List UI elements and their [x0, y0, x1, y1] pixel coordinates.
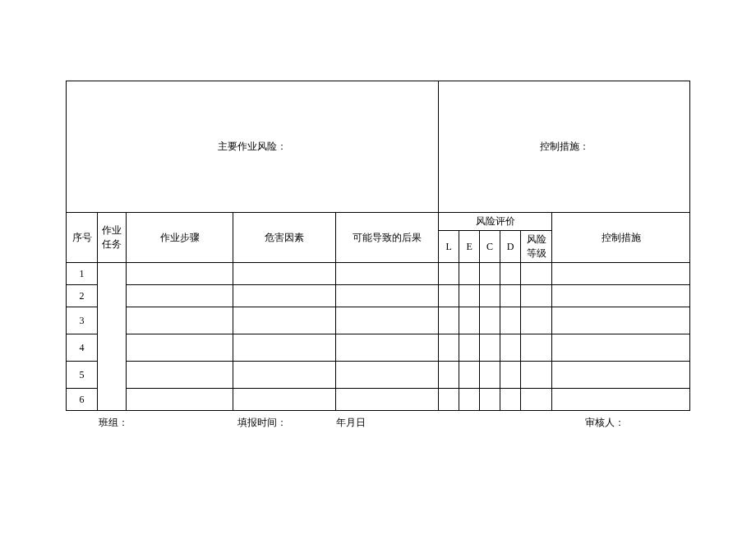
row-cell — [521, 307, 552, 334]
header-seq: 序号 — [67, 213, 98, 263]
footer-line: 班组： 填报时间： 年月日 审核人： — [66, 416, 690, 430]
risk-form-table: 主要作业风险： 控制措施： 序号 作业任务 作业步骤 危害因素 可能导致的后果 … — [66, 81, 690, 411]
row-cell — [500, 285, 521, 307]
row-cell — [233, 334, 336, 362]
row-cell — [336, 285, 439, 307]
row-cell — [439, 285, 459, 307]
row-cell — [521, 334, 552, 362]
row-no: 5 — [67, 362, 98, 389]
table-row: 2 — [67, 285, 690, 307]
header-d: D — [500, 231, 521, 263]
row-cell — [127, 307, 233, 334]
header-level: 风险等级 — [521, 231, 552, 263]
row-cell — [127, 285, 233, 307]
row-cell — [480, 285, 500, 307]
row-cell — [233, 263, 336, 285]
header-e: E — [459, 231, 480, 263]
control-measures-cell: 控制措施： — [439, 81, 690, 213]
row-no: 4 — [67, 334, 98, 362]
row-cell — [127, 263, 233, 285]
header-hazard: 危害因素 — [233, 213, 336, 263]
row-cell — [552, 307, 690, 334]
table-row: 5 — [67, 362, 690, 389]
row-cell — [459, 307, 480, 334]
row-cell — [500, 334, 521, 362]
header-l: L — [439, 231, 459, 263]
footer-reviewer: 审核人： — [585, 416, 625, 430]
row-cell — [552, 362, 690, 389]
row-cell — [439, 334, 459, 362]
row-no: 6 — [67, 389, 98, 411]
header-control: 控制措施 — [552, 213, 690, 263]
table-row: 6 — [67, 389, 690, 411]
table-row: 1 — [67, 263, 690, 285]
row-cell — [480, 307, 500, 334]
main-risk-cell: 主要作业风险： — [67, 81, 439, 213]
header-c: C — [480, 231, 500, 263]
row-cell — [439, 307, 459, 334]
row-cell — [439, 389, 459, 411]
row-cell — [127, 334, 233, 362]
header-task: 作业任务 — [98, 213, 127, 263]
row-cell — [521, 263, 552, 285]
row-no: 2 — [67, 285, 98, 307]
row-no: 1 — [67, 263, 98, 285]
row-cell — [233, 307, 336, 334]
table-row: 3 — [67, 307, 690, 334]
table-row: 4 — [67, 334, 690, 362]
task-merged-cell — [98, 263, 127, 411]
row-cell — [233, 285, 336, 307]
row-cell — [336, 362, 439, 389]
row-cell — [336, 263, 439, 285]
footer-date: 年月日 — [336, 416, 366, 430]
row-cell — [127, 389, 233, 411]
row-cell — [480, 362, 500, 389]
row-cell — [552, 285, 690, 307]
row-cell — [336, 389, 439, 411]
row-cell — [233, 362, 336, 389]
row-cell — [552, 334, 690, 362]
row-cell — [521, 285, 552, 307]
row-cell — [521, 362, 552, 389]
row-cell — [127, 362, 233, 389]
row-cell — [500, 263, 521, 285]
header-eval-group: 风险评价 — [439, 213, 552, 231]
footer-team: 班组： — [99, 416, 128, 430]
row-cell — [480, 263, 500, 285]
row-cell — [336, 334, 439, 362]
row-cell — [439, 263, 459, 285]
row-no: 3 — [67, 307, 98, 334]
row-cell — [500, 362, 521, 389]
row-cell — [459, 263, 480, 285]
row-cell — [500, 307, 521, 334]
row-cell — [459, 285, 480, 307]
row-cell — [552, 263, 690, 285]
row-cell — [336, 307, 439, 334]
row-cell — [521, 389, 552, 411]
row-cell — [459, 334, 480, 362]
header-consequence: 可能导致的后果 — [336, 213, 439, 263]
row-cell — [459, 362, 480, 389]
row-cell — [552, 389, 690, 411]
header-step: 作业步骤 — [127, 213, 233, 263]
row-cell — [459, 389, 480, 411]
row-cell — [480, 389, 500, 411]
row-cell — [500, 389, 521, 411]
row-cell — [233, 389, 336, 411]
footer-report-time: 填报时间： — [237, 416, 287, 430]
row-cell — [439, 362, 459, 389]
row-cell — [480, 334, 500, 362]
